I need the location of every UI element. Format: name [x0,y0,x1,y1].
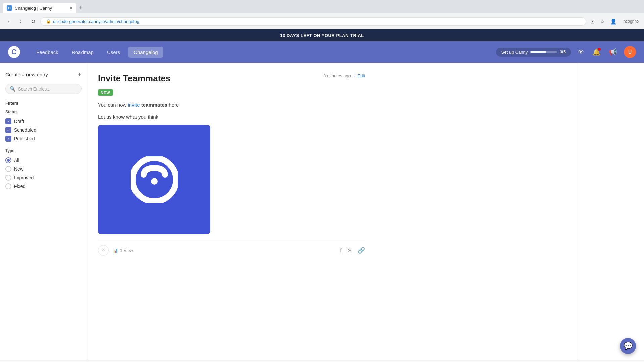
link-share[interactable]: 🔗 [358,247,365,254]
create-entry-row: Create a new entry + [5,68,82,84]
search-box[interactable]: 🔍 [5,84,82,94]
cast-icon[interactable]: ⊡ [589,17,596,26]
logo-letter: C [11,48,17,56]
refresh-button[interactable]: ↻ [28,17,38,26]
create-entry-button[interactable]: + [77,71,82,78]
setup-progress-fill [530,51,546,53]
footer-right: f 𝕏 🔗 [340,247,365,254]
forward-button[interactable]: › [16,17,25,26]
back-button[interactable]: ‹ [4,17,13,26]
edit-link[interactable]: Edit [358,73,365,78]
app-logo: C [8,46,20,58]
address-bar[interactable]: 🔒 qr-code-generator.canny.io/admin/chang… [40,17,586,26]
type-title: Type [5,148,82,153]
type-all[interactable]: All [5,156,82,165]
scheduled-label: Scheduled [14,127,36,133]
create-entry-label: Create a new entry [5,72,48,77]
nav-actions: ⊡ ☆ 👤 Incognito [589,17,640,26]
published-label: Published [14,136,35,141]
footer-left: ♡ 📊 1 View [98,245,133,256]
tab-bar: C Changelog | Canny × + [0,0,644,13]
address-text: qr-code-generator.canny.io/admin/changel… [53,19,139,24]
nav-users[interactable]: Users [102,47,125,58]
facebook-share[interactable]: f [340,247,342,254]
type-new[interactable]: New [5,165,82,173]
search-input[interactable] [18,86,77,92]
view-count-text: 1 View [120,248,133,253]
canny-logo-svg [131,156,178,203]
meta-separator: · [354,73,355,78]
svg-point-1 [151,178,158,185]
bookmark-icon[interactable]: ☆ [599,17,606,26]
status-published[interactable]: ✓ Published [5,134,82,143]
tab-close-button[interactable]: × [70,5,72,11]
draft-label: Draft [14,119,24,124]
new-radio[interactable] [5,166,11,172]
setup-count: 3/5 [560,50,566,54]
status-bar: https://qr-code-generator.canny.io/admin… [0,360,644,362]
nav-roadmap[interactable]: Roadmap [66,47,99,58]
improved-label: Improved [14,175,34,180]
main-nav: Feedback Roadmap Users Changelog [31,47,163,58]
view-count: 📊 1 View [113,248,133,253]
type-improved[interactable]: Improved [5,173,82,182]
search-icon: 🔍 [10,86,15,92]
setup-label: Set up Canny [501,50,528,55]
filters-section: Filters Status ✓ Draft ✓ Scheduled [5,101,82,191]
right-panel [577,63,644,360]
status-scheduled[interactable]: ✓ Scheduled [5,126,82,134]
entry-image [98,125,210,234]
trial-banner: 13 DAYS LEFT ON YOUR PLAN TRIAL [0,29,644,41]
type-fixed[interactable]: Fixed [5,182,82,191]
app-header: C Feedback Roadmap Users Changelog Set u… [0,41,644,63]
twitter-share[interactable]: 𝕏 [347,247,352,254]
scheduled-checkbox[interactable]: ✓ [5,127,11,133]
entry-body: You can now invite teammates here Let us… [98,101,365,234]
view-count-icon: 📊 [113,248,118,253]
improved-radio[interactable] [5,175,11,181]
chat-bubble[interactable]: 💬 [620,338,636,354]
new-tab-button[interactable]: + [76,5,86,12]
status-filter: Status ✓ Draft ✓ Scheduled ✓ [5,110,82,143]
entry-title: Invite Teammates [98,73,170,84]
type-filter: Type All New Improved Fixed [5,148,82,191]
invite-link[interactable]: invite [128,102,140,108]
nav-feedback[interactable]: Feedback [31,47,64,58]
entry-text-2: Let us know what you think [98,113,365,121]
entry-text-1: You can now invite teammates here [98,101,365,109]
all-label: All [14,158,19,163]
nav-changelog[interactable]: Changelog [128,47,163,58]
entry-time: 3 minutes ago [323,73,351,78]
browser-chrome: C Changelog | Canny × + ‹ › ↻ 🔒 qr-code-… [0,0,644,29]
entry-header: Invite Teammates 3 minutes ago · Edit [98,73,365,84]
fixed-radio[interactable] [5,183,11,189]
incognito-label: Incognito [621,18,640,25]
profile-icon[interactable]: 👤 [609,17,618,26]
main-content: Invite Teammates 3 minutes ago · Edit NE… [87,63,577,360]
entry-meta: 3 minutes ago · Edit [323,73,365,78]
draft-checkbox[interactable]: ✓ [5,118,11,124]
new-badge: NEW [98,89,113,96]
all-radio[interactable] [5,157,11,163]
entry-container: Invite Teammates 3 minutes ago · Edit NE… [87,63,376,270]
sidebar: Create a new entry + 🔍 Filters Status ✓ … [0,63,87,360]
header-right: Set up Canny 3/5 👁 🔔 📢 U [496,46,636,58]
avatar-initials: U [628,49,632,55]
notification-icon[interactable]: 🔔 [591,47,602,57]
broadcast-icon[interactable]: 📢 [607,47,619,57]
entry-footer: ♡ 📊 1 View f 𝕏 🔗 [98,241,365,260]
avatar[interactable]: U [624,46,636,58]
trial-text: 13 DAYS LEFT ON YOUR PLAN TRIAL [280,33,364,38]
status-title: Status [5,110,82,114]
new-label: New [14,166,23,172]
fixed-label: Fixed [14,184,25,189]
app-body: Create a new entry + 🔍 Filters Status ✓ … [0,63,644,360]
filters-title: Filters [5,101,82,106]
active-tab[interactable]: C Changelog | Canny × [3,3,76,13]
like-button[interactable]: ♡ [98,245,109,256]
published-checkbox[interactable]: ✓ [5,136,11,142]
browser-nav: ‹ › ↻ 🔒 qr-code-generator.canny.io/admin… [0,13,644,29]
view-icon[interactable]: 👁 [576,47,586,57]
status-draft[interactable]: ✓ Draft [5,117,82,126]
setup-bar[interactable]: Set up Canny 3/5 [496,48,571,57]
